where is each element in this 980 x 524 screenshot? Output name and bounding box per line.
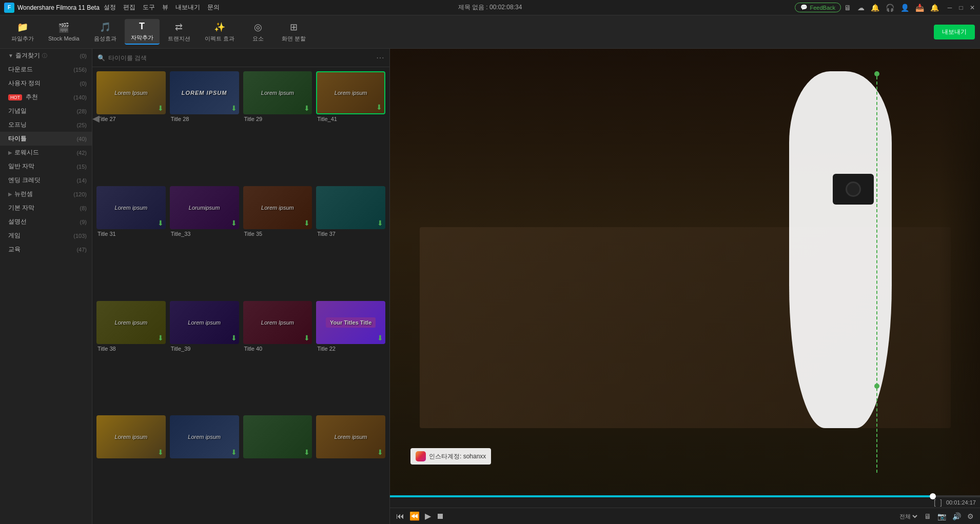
download-icon-title31[interactable]: ⬇ <box>158 219 164 227</box>
media-item-title38[interactable]: Lorem ipsum ⬇ Title 38 <box>96 301 166 412</box>
tool-split-screen[interactable]: ⊞ 화면 분할 <box>276 19 312 45</box>
media-label-title29: Title 29 <box>243 116 312 122</box>
media-panel: 🔍 ⋯ ◀ Lorem Ipsum ⬇ Title 27 LOREM IPSUM… <box>92 49 390 524</box>
tool-file-add[interactable]: 📁 파일추가 <box>5 19 40 45</box>
download-icon-title29[interactable]: ⬇ <box>304 104 310 112</box>
monitor-preview-icon[interactable]: 🖥 <box>924 512 931 520</box>
nav-arrow-left[interactable]: ◀ <box>92 113 100 124</box>
prev-frame-button[interactable]: ⏪ <box>409 511 420 521</box>
volume-preview-icon[interactable]: 🔊 <box>952 512 961 520</box>
download-icon-title46[interactable]: ⬇ <box>377 448 383 456</box>
media-item-title37[interactable]: ⬇ Title 37 <box>316 186 385 297</box>
download-icon-title44[interactable]: ⬇ <box>231 448 237 456</box>
camera-preview-icon[interactable]: 📷 <box>937 512 946 520</box>
tool-transitions[interactable]: ⇄ 트랜지션 <box>162 19 197 45</box>
media-item-title40[interactable]: Lorem Ipsum ⬇ Title 40 <box>243 301 312 412</box>
download-icon-title43[interactable]: ⬇ <box>158 448 164 456</box>
menu-export[interactable]: 내보내기 <box>175 3 200 12</box>
export-button[interactable]: 내보내기 <box>934 25 975 39</box>
grid-options-icon[interactable]: ⋯ <box>376 53 384 63</box>
download-icon-title37[interactable]: ⬇ <box>377 219 383 227</box>
category-subtitles[interactable]: 일반 자막 (15) <box>0 159 92 173</box>
category-basic-subtitles[interactable]: 기본 자막 (8) <box>0 201 92 215</box>
play-button[interactable]: ▶ <box>425 511 431 521</box>
download-icon-title41[interactable]: ⬇ <box>376 103 382 111</box>
bell-icon[interactable]: 🔔 <box>930 4 939 12</box>
progress-handle[interactable] <box>930 493 936 499</box>
media-item-title45[interactable]: ⬇ <box>243 415 312 520</box>
category-anniversary[interactable]: 기념일 (28) <box>0 104 92 118</box>
download-icon[interactable]: 📥 <box>915 4 924 12</box>
menu-settings[interactable]: 설정 <box>104 3 116 12</box>
category-captions-label: 설명선 <box>8 217 27 226</box>
tool-effects[interactable]: ✨ 이펙트 효과 <box>199 19 241 45</box>
category-lowercase[interactable]: ▶ 로웨시드 (42) <box>0 146 92 159</box>
tool-elements[interactable]: ◎ 요소 <box>243 19 273 45</box>
quality-select[interactable]: 전체 1/2 1/4 <box>897 513 919 520</box>
download-icon-title28[interactable]: ⬇ <box>231 104 237 112</box>
media-item-title22[interactable]: Your Titles Title ⬇ Title 22 <box>316 301 385 412</box>
bracket-left-icon[interactable]: [ <box>934 498 936 507</box>
media-item-title28[interactable]: LOREM IPSUM ⬇ Title 28 <box>170 71 239 182</box>
menu-tools[interactable]: 도구 <box>143 3 155 12</box>
media-item-title27[interactable]: Lorem Ipsum ⬇ Title 27 <box>96 71 166 182</box>
category-captions[interactable]: 설명선 (9) <box>0 215 92 229</box>
download-icon-title45[interactable]: ⬇ <box>304 448 310 456</box>
menu-bar: 설정 편집 도구 뷰 내보내기 문의 <box>104 3 220 12</box>
rewind-button[interactable]: ⏮ <box>396 512 404 521</box>
category-recommended[interactable]: HOT 추천 (140) <box>0 90 92 104</box>
download-icon-title39[interactable]: ⬇ <box>231 334 237 342</box>
media-item-title35[interactable]: Lorem ipsum ⬇ Title 35 <box>243 186 312 297</box>
download-icon-title38[interactable]: ⬇ <box>158 334 164 342</box>
category-opening[interactable]: 오프닝 (25) <box>0 118 92 132</box>
search-input[interactable] <box>108 54 373 62</box>
category-newscene[interactable]: ▶ 뉴런셈 (120) <box>0 187 92 201</box>
tool-audio[interactable]: 🎵 음성효과 <box>88 19 123 45</box>
menu-view[interactable]: 뷰 <box>162 3 168 12</box>
minimize-button[interactable]: ─ <box>946 4 953 11</box>
media-item-title29[interactable]: Lorem Ipsum ⬇ Title 29 <box>243 71 312 182</box>
media-item-title31[interactable]: Lorem ipsum ⬇ Title 31 <box>96 186 166 297</box>
settings-preview-icon[interactable]: ⚙ <box>967 512 974 520</box>
download-icon-title27[interactable]: ⬇ <box>158 104 164 112</box>
category-titles[interactable]: 타이틀 (40) <box>0 132 92 146</box>
maximize-button[interactable]: □ <box>957 4 965 11</box>
cloud-icon[interactable]: ☁ <box>857 4 865 12</box>
download-icon-title40[interactable]: ⬇ <box>304 334 310 342</box>
menu-edit[interactable]: 편집 <box>123 3 135 12</box>
media-item-title43[interactable]: Lorem ipsum ⬇ <box>96 415 166 520</box>
monitor-icon[interactable]: 🖥 <box>844 4 851 12</box>
download-icon-title22[interactable]: ⬇ <box>377 334 383 342</box>
tool-subtitles[interactable]: T 자막추가 <box>125 19 160 45</box>
stop-button[interactable]: ⏹ <box>436 512 444 521</box>
category-end-credits[interactable]: 엔딩 크레딧 (14) <box>0 173 92 187</box>
download-icon-title33[interactable]: ⬇ <box>231 219 237 227</box>
thumb-text-title33: Lorumipsum <box>189 205 220 211</box>
category-favorites[interactable]: ▼ 즐겨찾기 ⓘ (0) <box>0 49 92 63</box>
category-newscene-label: 뉴런셈 <box>14 190 33 198</box>
media-item-title44[interactable]: Lorem ipsum ⬇ <box>170 415 239 520</box>
user-icon[interactable]: 👤 <box>900 4 909 12</box>
media-item-title41[interactable]: Lorem ipsum ⬇ Title_41 <box>316 71 385 182</box>
category-games[interactable]: 게임 (103) <box>0 229 92 243</box>
thumb-title46: Lorem ipsum ⬇ <box>316 415 385 458</box>
feedback-button[interactable]: 💬 FeedBack <box>795 3 841 12</box>
close-button[interactable]: ✕ <box>969 4 976 11</box>
bracket-right-icon[interactable]: ] <box>940 498 942 507</box>
settings-icon[interactable]: 🔔 <box>871 4 879 12</box>
menu-inquiry[interactable]: 문의 <box>207 3 220 12</box>
thumb-text-title31: Lorem ipsum <box>115 205 148 211</box>
category-lowercase-count: (42) <box>76 150 87 156</box>
title-center: 제목 없음 : 00:02:08:34 <box>458 3 522 12</box>
tool-stock-media[interactable]: 🎬 Stock Media <box>42 20 86 44</box>
media-label-title22: Title 22 <box>316 346 385 352</box>
progress-bar[interactable] <box>390 495 980 497</box>
category-user-defined[interactable]: 사용자 정의 (0) <box>0 76 92 90</box>
category-download[interactable]: 다운로드 (156) <box>0 63 92 76</box>
media-item-title33[interactable]: Lorumipsum ⬇ Title_33 <box>170 186 239 297</box>
download-icon-title35[interactable]: ⬇ <box>304 219 310 227</box>
headset-icon[interactable]: 🎧 <box>886 4 894 12</box>
category-education[interactable]: 교육 (47) <box>0 243 92 256</box>
media-item-title46[interactable]: Lorem ipsum ⬇ <box>316 415 385 520</box>
media-item-title39[interactable]: Lorem ipsum ⬇ Title_39 <box>170 301 239 412</box>
